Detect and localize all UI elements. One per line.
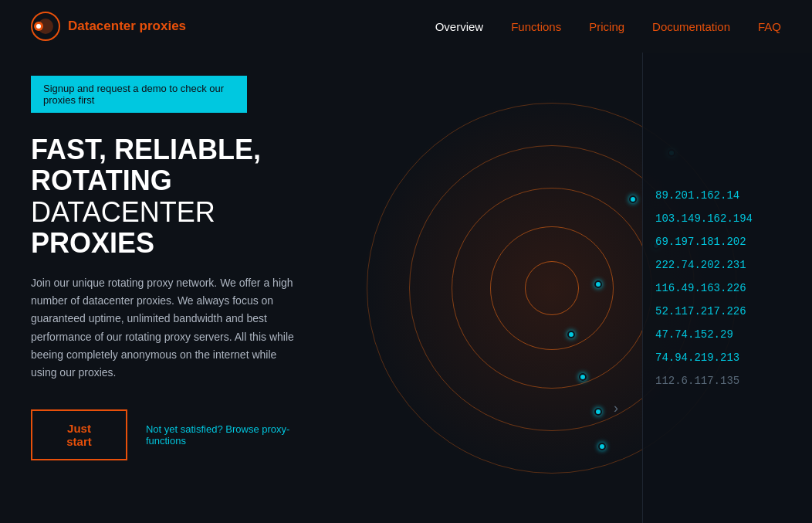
- nav-overview[interactable]: Overview: [435, 20, 484, 33]
- title-line1: FAST, RELIABLE,: [31, 134, 261, 165]
- ip-entry: 52.117.217.226: [655, 301, 800, 322]
- radar-dot-5: [567, 331, 575, 338]
- brand-name: Datacenter proxies: [68, 19, 186, 34]
- nav-documentation[interactable]: Documentation: [652, 20, 730, 33]
- hero-title: FAST, RELIABLE, ROTATING DATACENTER PROX…: [31, 134, 301, 259]
- nav-pricing[interactable]: Pricing: [589, 20, 624, 33]
- radar-dot-8: [598, 443, 606, 450]
- title-line3: DATACENTER: [31, 196, 215, 228]
- ip-entry: 103.149.162.194: [655, 208, 800, 229]
- nav-links: Overview Functions Pricing Documentation…: [435, 20, 781, 33]
- ip-entry: 69.197.181.202: [655, 231, 800, 253]
- logo-icon: [31, 12, 60, 41]
- radar-arrow: ›: [614, 400, 618, 416]
- ip-entry: 116.49.163.226: [655, 277, 800, 299]
- title-line2: ROTATING: [31, 165, 172, 196]
- just-start-button[interactable]: Just start: [31, 409, 127, 460]
- left-panel: Signup and request a demo to check our p…: [0, 53, 332, 523]
- main-content: Signup and request a demo to check our p…: [0, 53, 812, 523]
- ip-entry: 222.74.202.231: [655, 254, 800, 276]
- nav-functions[interactable]: Functions: [511, 20, 561, 33]
- ip-panel: 89.201.162.14 103.149.162.194 69.197.181…: [642, 53, 812, 523]
- hero-description: Join our unique rotating proxy network. …: [31, 274, 301, 382]
- ip-entry: 112.6.117.135: [655, 370, 800, 392]
- ip-entry: 47.74.152.29: [655, 324, 800, 345]
- browse-link-text: Not yet satisfied?: [146, 423, 223, 435]
- cta-row: Just start Not yet satisfied? Browse pro…: [31, 409, 301, 460]
- ip-entry: 89.201.162.14: [655, 185, 800, 206]
- radar-dot-4: [594, 280, 602, 288]
- title-line4: PROXIES: [31, 227, 154, 259]
- radar-dot-7: [594, 408, 602, 416]
- nav-faq[interactable]: FAQ: [758, 20, 781, 33]
- browse-link[interactable]: Not yet satisfied? Browse proxy-function…: [146, 423, 301, 447]
- ip-entry: 74.94.219.213: [655, 347, 800, 368]
- radar-dot-6: [579, 373, 587, 381]
- logo-container[interactable]: Datacenter proxies: [31, 12, 186, 41]
- navbar: Datacenter proxies Overview Functions Pr…: [0, 0, 812, 53]
- right-panel: › 89.201.162.14 103.149.162.194 69.197.1…: [332, 53, 812, 523]
- radar-dot-2: [629, 195, 637, 203]
- svg-point-3: [36, 24, 41, 29]
- demo-banner[interactable]: Signup and request a demo to check our p…: [31, 76, 247, 113]
